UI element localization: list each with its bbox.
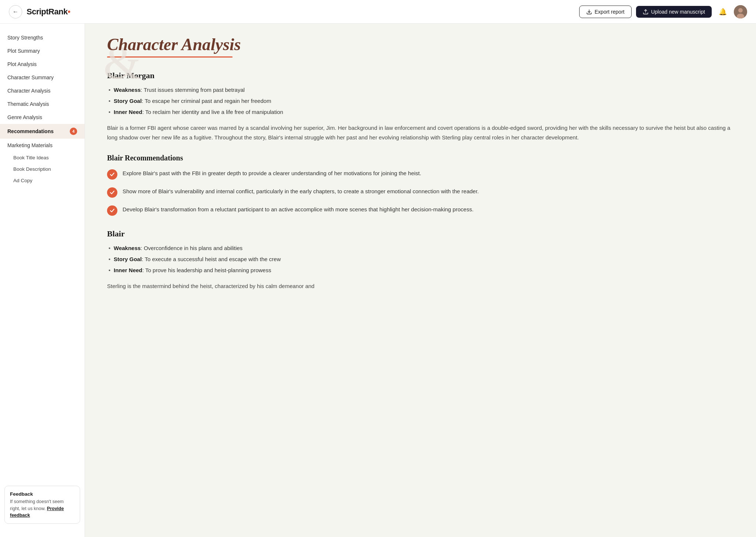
rec-check-icon-3 xyxy=(107,205,117,216)
sidebar-nav: Story Strengths Plot Summary Plot Analys… xyxy=(0,31,85,480)
weakness-label-2: Weakness xyxy=(114,245,141,251)
story-goal-value-2: : To execute a successful heist and esca… xyxy=(142,256,281,262)
sidebar-item-label: Plot Analysis xyxy=(7,61,37,67)
character-story-goal: Story Goal: To escape her criminal past … xyxy=(107,97,734,105)
character-weakness: Weakness: Trust issues stemming from pas… xyxy=(107,86,734,94)
rec-item-3: Develop Blair's transformation from a re… xyxy=(107,205,734,216)
content-card: & Character Analysis Blair Morgan Weakne… xyxy=(107,38,734,507)
rec-text-1: Explore Blair's past with the FBI in gre… xyxy=(123,169,421,178)
sidebar-item-label: Story Strengths xyxy=(7,35,43,41)
inner-need-label-2: Inner Need xyxy=(114,267,142,273)
page-title-wrapper: & Character Analysis xyxy=(107,38,734,58)
export-button[interactable]: Export report xyxy=(579,6,632,18)
rec-text-3: Develop Blair's transformation from a re… xyxy=(123,205,474,214)
weakness-value: : Trust issues stemming from past betray… xyxy=(141,87,245,93)
sidebar-sub-item-label: Book Description xyxy=(13,166,51,172)
export-label: Export report xyxy=(595,9,625,15)
sidebar-item-character-summary[interactable]: Character Summary xyxy=(0,71,85,84)
main-content: & Character Analysis Blair Morgan Weakne… xyxy=(85,24,756,537)
story-goal-label-2: Story Goal xyxy=(114,256,142,262)
back-button[interactable]: ← xyxy=(9,5,22,18)
character-description-blair: Sterling is the mastermind behind the he… xyxy=(107,281,734,291)
header-right: Export report Upload new manuscript 🔔 xyxy=(579,5,747,18)
sidebar-item-book-title-ideas[interactable]: Book Title Ideas xyxy=(0,152,85,163)
sidebar-item-label: Genre Analysis xyxy=(7,114,42,120)
export-icon xyxy=(586,9,592,15)
sidebar-item-label: Plot Summary xyxy=(7,48,40,54)
feedback-text: If something doesn't seem right, let us … xyxy=(10,498,75,519)
back-icon: ← xyxy=(13,8,18,15)
sidebar-item-genre-analysis[interactable]: Genre Analysis xyxy=(0,111,85,124)
rec-section-title: Blair Recommendations xyxy=(107,154,734,162)
sidebar-item-marketing-materials[interactable]: Marketing Materials xyxy=(0,139,85,152)
character-section-blair-morgan: Blair Morgan Weakness: Trust issues stem… xyxy=(107,71,734,216)
avatar[interactable] xyxy=(734,5,747,18)
weakness-value-2: : Overconfidence in his plans and abilit… xyxy=(141,245,243,251)
logo-dot: • xyxy=(68,7,70,16)
recommendations-badge: 4 xyxy=(70,128,77,135)
upload-button[interactable]: Upload new manuscript xyxy=(636,6,712,18)
sidebar-sub-item-label: Book Title Ideas xyxy=(13,155,49,160)
character-2-weakness: Weakness: Overconfidence in his plans an… xyxy=(107,244,734,253)
checkmark-icon xyxy=(110,190,115,195)
rec-check-icon-2 xyxy=(107,187,117,198)
notification-button[interactable]: 🔔 xyxy=(716,5,729,18)
upload-label: Upload new manuscript xyxy=(651,9,705,15)
layout: Story Strengths Plot Summary Plot Analys… xyxy=(0,24,756,537)
checkmark-icon xyxy=(110,172,115,177)
checkmark-icon xyxy=(110,208,115,213)
recommendations-list: Explore Blair's past with the FBI in gre… xyxy=(107,169,734,216)
feedback-box: Feedback If something doesn't seem right… xyxy=(4,486,80,524)
character-2-inner-need: Inner Need: To prove his leadership and … xyxy=(107,266,734,275)
sidebar-item-plot-summary[interactable]: Plot Summary xyxy=(0,44,85,58)
page-title: Character Analysis xyxy=(107,35,241,54)
character-2-attributes-list: Weakness: Overconfidence in his plans an… xyxy=(107,244,734,275)
story-goal-value: : To escape her criminal past and regain… xyxy=(142,98,271,104)
sidebar: Story Strengths Plot Summary Plot Analys… xyxy=(0,24,85,537)
upload-icon xyxy=(643,9,649,15)
bell-icon: 🔔 xyxy=(719,8,727,16)
sidebar-item-label: Thematic Analysis xyxy=(7,101,49,107)
character-section-blair: Blair Weakness: Overconfidence in his pl… xyxy=(107,229,734,291)
logo: ScriptRank• xyxy=(27,7,70,17)
character-2-story-goal: Story Goal: To execute a successful heis… xyxy=(107,255,734,264)
sidebar-item-ad-copy[interactable]: Ad Copy xyxy=(0,175,85,186)
sidebar-item-book-description[interactable]: Book Description xyxy=(0,163,85,175)
avatar-image xyxy=(734,5,747,18)
svg-point-3 xyxy=(738,8,743,13)
rec-item-2: Show more of Blair's vulnerability and i… xyxy=(107,187,734,198)
inner-need-value: : To reclaim her identity and live a lif… xyxy=(142,109,284,115)
inner-need-label: Inner Need xyxy=(114,109,142,115)
sidebar-sub-item-label: Ad Copy xyxy=(13,178,32,183)
story-goal-label: Story Goal xyxy=(114,98,142,104)
character-attributes-list: Weakness: Trust issues stemming from pas… xyxy=(107,86,734,117)
sidebar-item-label: Recommendations xyxy=(7,128,54,134)
sidebar-item-plot-analysis[interactable]: Plot Analysis xyxy=(0,58,85,71)
sidebar-item-story-strengths[interactable]: Story Strengths xyxy=(0,31,85,44)
character-name-blair-morgan: Blair Morgan xyxy=(107,71,734,80)
inner-need-value-2: : To prove his leadership and heist-plan… xyxy=(142,267,271,273)
rec-item-1: Explore Blair's past with the FBI in gre… xyxy=(107,169,734,180)
sidebar-item-label: Character Summary xyxy=(7,75,54,80)
character-name-blair: Blair xyxy=(107,229,734,239)
sidebar-item-label: Character Analysis xyxy=(7,88,51,94)
character-inner-need: Inner Need: To reclaim her identity and … xyxy=(107,108,734,117)
logo-text: ScriptRank xyxy=(27,7,68,16)
sidebar-item-character-analysis[interactable]: Character Analysis xyxy=(0,84,85,97)
header: ← ScriptRank• Export report Upload new m… xyxy=(0,0,756,24)
sidebar-item-thematic-analysis[interactable]: Thematic Analysis xyxy=(0,97,85,111)
character-description-blair-morgan: Blair is a former FBI agent whose career… xyxy=(107,123,734,143)
sidebar-item-label: Marketing Materials xyxy=(7,142,52,148)
header-left: ← ScriptRank• xyxy=(9,5,70,18)
rec-text-2: Show more of Blair's vulnerability and i… xyxy=(123,187,479,196)
rec-check-icon-1 xyxy=(107,169,117,180)
feedback-title: Feedback xyxy=(10,491,75,497)
sidebar-item-recommendations[interactable]: Recommendations 4 xyxy=(0,124,85,139)
